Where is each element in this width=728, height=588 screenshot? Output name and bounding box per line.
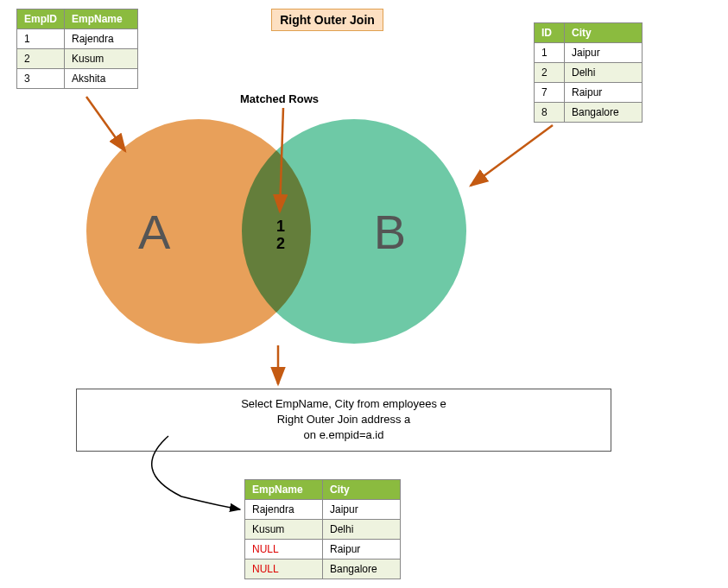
table-row: NULL Bangalore — [245, 560, 401, 579]
address-table: ID City 1 Jaipur 2 Delhi 7 Raipur 8 Bang… — [534, 22, 643, 123]
venn-overlap-values: 1 2 — [276, 218, 285, 253]
sql-line: Right Outer Join address a — [84, 412, 604, 427]
sql-line: on e.empid=a.id — [84, 427, 604, 443]
result-empname-header: EmpName — [245, 480, 323, 500]
table-row: NULL Raipur — [245, 540, 401, 560]
join-title: Right Outer Join — [280, 13, 375, 27]
table-row: 2 Kusum — [17, 49, 138, 69]
table-row: 8 Bangalore — [535, 103, 643, 123]
emp-id-header: EmpID — [17, 9, 65, 29]
sql-line: Select EmpName, City from employees e — [84, 396, 604, 412]
table-row: 1 Rajendra — [17, 29, 138, 49]
result-city-header: City — [323, 480, 401, 500]
arrow-tableb-to-venn — [471, 125, 553, 186]
circle-b-label: B — [374, 204, 406, 260]
venn-diagram: A B 1 2 — [86, 111, 475, 361]
table-row: Rajendra Jaipur — [245, 500, 401, 520]
sql-query-box: Select EmpName, City from employees e Ri… — [76, 389, 611, 452]
join-title-box: Right Outer Join — [271, 9, 383, 31]
city-header: City — [565, 23, 643, 43]
table-row: 1 Jaipur — [535, 43, 643, 63]
table-row: Kusum Delhi — [245, 520, 401, 540]
table-row: 2 Delhi — [535, 63, 643, 83]
result-table: EmpName City Rajendra Jaipur Kusum Delhi… — [244, 479, 401, 579]
matched-rows-label: Matched Rows — [240, 92, 319, 105]
id-header: ID — [535, 23, 565, 43]
venn-circle-b: B — [242, 119, 466, 344]
table-row: 7 Raipur — [535, 83, 643, 103]
employees-table: EmpID EmpName 1 Rajendra 2 Kusum 3 Akshi… — [16, 9, 138, 89]
circle-a-label: A — [138, 204, 170, 260]
emp-name-header: EmpName — [65, 9, 138, 29]
table-row: 3 Akshita — [17, 69, 138, 89]
